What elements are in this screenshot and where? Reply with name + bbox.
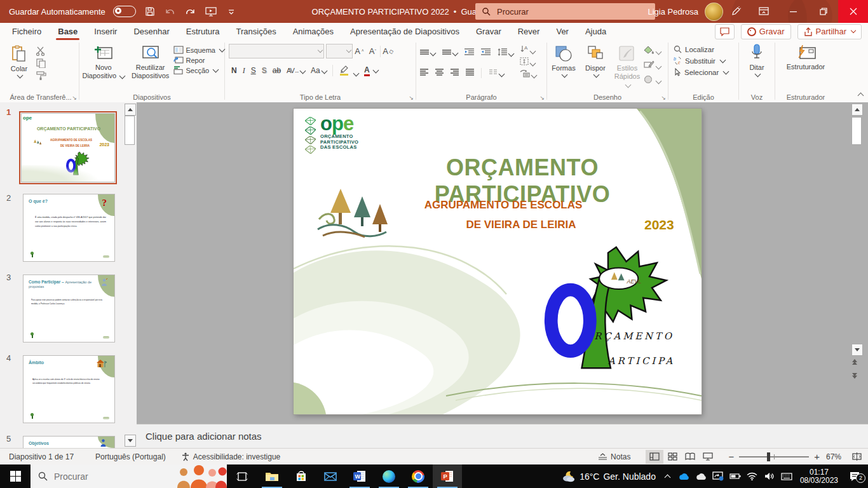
notes-placeholder[interactable]: Clique para adicionar notas [146, 431, 262, 442]
start-slideshow-icon[interactable] [205, 5, 217, 18]
titlebar-search[interactable] [475, 3, 655, 20]
format-painter-icon[interactable] [36, 71, 47, 80]
shrink-font-button[interactable]: Aˇ [367, 45, 378, 58]
scroll-down-icon[interactable] [851, 344, 863, 356]
taskbar-search-input[interactable] [53, 471, 151, 482]
grow-font-button[interactable]: A＾ [355, 45, 365, 58]
tab-ver[interactable]: Ver [548, 23, 577, 40]
reset-button[interactable]: Repor [173, 56, 224, 64]
text-shadow-button[interactable]: S [262, 66, 267, 75]
hidden-icons-chevron[interactable] [660, 469, 673, 484]
slideshow-view-button[interactable] [699, 450, 717, 464]
undo-icon[interactable] [164, 5, 177, 18]
slide-position[interactable]: Diapositivo 1 de 17 [3, 449, 80, 464]
section-button[interactable]: Secção [173, 66, 224, 74]
project-display-icon[interactable] [712, 469, 724, 484]
autosave-toggle[interactable] [113, 6, 136, 17]
tab-ficheiro[interactable]: Ficheiro [4, 23, 50, 40]
shapes-button[interactable]: Formas [547, 41, 580, 91]
paragraph-dialog-launcher[interactable]: ↘ [539, 95, 545, 101]
thumbnail-slide-2[interactable]: O que é? ? É uma medida, criada pelo des… [23, 194, 115, 262]
font-size-combo[interactable] [326, 44, 353, 58]
bullets-button[interactable] [420, 48, 435, 57]
align-left-button[interactable] [420, 68, 428, 79]
select-button[interactable]: Selecionar [674, 68, 738, 76]
strikethrough-button[interactable]: ab [273, 66, 281, 75]
fit-to-window-icon[interactable] [848, 450, 865, 464]
character-spacing-button[interactable]: AV↔ [287, 67, 305, 74]
text-direction-button[interactable]: A [520, 45, 536, 55]
thumbnail-slide-1[interactable]: ope ORÇAMENTO PARTICIPATIVO AGRUPAMENTO … [21, 113, 115, 182]
tab-inserir[interactable]: Inserir [86, 23, 125, 40]
font-dialog-launcher[interactable]: ↘ [409, 95, 414, 101]
minimize-button[interactable] [778, 0, 808, 23]
redo-icon[interactable] [184, 5, 197, 18]
zoom-in-button[interactable]: + [814, 451, 820, 462]
arrange-button[interactable]: Dispor [580, 41, 611, 91]
italic-button[interactable]: I [243, 66, 245, 76]
justify-button[interactable] [466, 68, 474, 79]
columns-button[interactable] [489, 69, 504, 78]
slide-org-line1[interactable]: AGRUPAMENTO DE ESCOLAS [408, 199, 599, 212]
chrome-icon[interactable] [403, 464, 433, 488]
quick-styles-button[interactable]: EstilosRápidos [611, 41, 644, 91]
tab-apresentacao[interactable]: Apresentação de Diapositivos [342, 23, 468, 40]
new-slide-button[interactable]: Novo Diapositivo [79, 41, 128, 91]
next-slide-button[interactable] [852, 373, 857, 379]
shape-effects-button[interactable] [644, 74, 661, 86]
clear-formatting-button[interactable]: A◇ [383, 45, 393, 58]
user-avatar[interactable] [705, 3, 723, 21]
numbering-button[interactable] [442, 48, 458, 57]
increase-indent-button[interactable] [481, 48, 491, 58]
onedrive-icon[interactable] [677, 469, 690, 484]
save-icon[interactable] [144, 5, 156, 18]
battery-icon[interactable] [729, 469, 742, 484]
close-button[interactable] [838, 0, 868, 23]
shape-outline-button[interactable] [644, 60, 661, 71]
collapse-ribbon-icon[interactable] [857, 89, 863, 100]
slide-org-line2[interactable]: DE VIEIRA DE LEIRIA [426, 219, 616, 231]
align-text-button[interactable] [520, 57, 536, 67]
paste-button[interactable]: Colar [3, 41, 36, 91]
slide-year[interactable]: 2023 [644, 217, 674, 233]
zoom-level[interactable]: 67% [820, 449, 848, 464]
slide-editor[interactable]: ope ORÇAMENTO PARTICIPATIVO DAS ESCOLAS … [294, 109, 702, 414]
record-button[interactable]: Gravar [741, 24, 791, 39]
zoom-out-button[interactable]: − [728, 451, 734, 462]
scroll-down-icon[interactable] [125, 435, 136, 447]
notes-toggle-button[interactable]: Notas [592, 449, 637, 464]
align-right-button[interactable] [451, 68, 459, 79]
dictate-button[interactable]: Ditar [739, 40, 775, 90]
accessibility-status[interactable]: Acessibilidade: investigue [175, 449, 287, 464]
reuse-slides-button[interactable]: ReutilizarDiapositivos [128, 41, 173, 91]
bold-button[interactable]: N [231, 66, 237, 75]
comments-button[interactable] [715, 24, 735, 39]
zoom-slider[interactable] [739, 456, 809, 458]
drawing-dialog-launcher[interactable]: ↘ [661, 95, 666, 101]
volume-icon[interactable] [763, 469, 776, 484]
normal-view-button[interactable] [646, 450, 663, 464]
panel-scrollbar[interactable] [125, 102, 135, 448]
notes-pane[interactable]: Clique para adicionar notas [137, 424, 868, 448]
canvas-scrollbar-thumb[interactable] [851, 117, 862, 145]
highlight-color-button[interactable] [339, 64, 358, 78]
tab-rever[interactable]: Rever [510, 23, 548, 40]
reading-view-button[interactable] [681, 450, 699, 464]
layout-button[interactable]: Esquema [173, 46, 224, 54]
find-button[interactable]: Localizar [674, 45, 738, 53]
restore-button[interactable] [808, 0, 838, 23]
titlebar-search-input[interactable] [496, 6, 625, 17]
zoom-slider-thumb[interactable] [767, 452, 770, 461]
line-spacing-button[interactable] [498, 48, 513, 58]
touch-keyboard-icon[interactable] [780, 469, 793, 484]
previous-slide-button[interactable] [852, 359, 857, 365]
ink-pen-icon[interactable] [723, 0, 749, 23]
taskbar-clock[interactable]: 01:17 08/03/2023 [797, 468, 841, 485]
panel-scrollbar-thumb[interactable] [125, 116, 135, 145]
change-case-button[interactable]: Aa [311, 66, 327, 75]
scroll-up-icon[interactable] [851, 104, 863, 116]
font-name-combo[interactable] [229, 44, 324, 58]
notification-center-icon[interactable]: 2 [845, 469, 864, 484]
shape-fill-button[interactable] [644, 45, 661, 57]
user-name[interactable]: Ligia Pedrosa [648, 7, 699, 17]
